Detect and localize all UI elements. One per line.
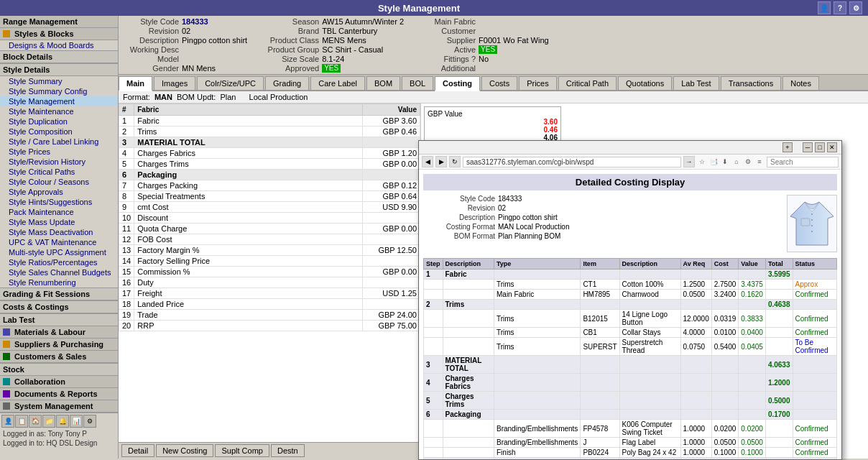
bottom-icon-5[interactable]: 🔔 <box>56 415 69 428</box>
browser-maximize[interactable]: □ <box>815 142 825 152</box>
sidebar-style-hints[interactable]: Style Hints/Suggestions <box>0 197 118 207</box>
costing-table-row[interactable]: 7Charges PackingGBP 0.12 <box>119 180 420 191</box>
browser-search-input[interactable] <box>767 157 839 167</box>
bookmark-icon[interactable]: 📑 <box>708 157 719 167</box>
tab-bom[interactable]: BOM <box>366 76 400 90</box>
browser-close[interactable]: ✕ <box>827 142 837 152</box>
browser-content[interactable]: Detailed Costing Display Style Code 1843… <box>419 170 841 459</box>
costing-table-row[interactable]: 6Packaging <box>119 170 420 180</box>
sidebar-style-mass-deactivation[interactable]: Style Mass Deactivation <box>0 227 118 237</box>
sidebar-designs-mood[interactable]: Designs & Mood Boards <box>0 40 118 50</box>
bottom-icon-6[interactable]: 📊 <box>70 415 83 428</box>
menu-icon[interactable]: ≡ <box>754 157 765 167</box>
sidebar-style-duplication[interactable]: Style Duplication <box>0 116 118 126</box>
costing-table-row[interactable]: 5Charges TrimsGBP 0.00 <box>119 159 420 170</box>
costing-table-row[interactable]: 17FreightUSD 1.25 <box>119 288 420 299</box>
tab-colr-size-upc[interactable]: Colr/Size/UPC <box>197 76 264 90</box>
costing-table-row[interactable]: 2TrimsGBP 0.46 <box>119 126 420 137</box>
tab-images[interactable]: Images <box>154 76 195 90</box>
sidebar-style-revision-history[interactable]: Style/Revision History <box>0 157 118 167</box>
tab-costs[interactable]: Costs <box>481 76 517 90</box>
refresh-button[interactable]: ↻ <box>449 156 461 167</box>
detail-td-status: Confirmed <box>793 420 837 438</box>
url-bar[interactable] <box>463 157 681 167</box>
sidebar-pack-maintenance[interactable]: Pack Maintenance <box>0 207 118 217</box>
costing-table-row[interactable]: 11Quota ChargeGBP 0.00 <box>119 224 420 234</box>
sidebar-upc-vat[interactable]: UPC & VAT Maintenance <box>0 237 118 247</box>
bottom-icon-7[interactable]: ⚙ <box>83 415 96 428</box>
tab-main[interactable]: Main <box>119 76 152 91</box>
sidebar-style-colour-seasons[interactable]: Style Colour / Seasons <box>0 177 118 187</box>
tab-prices[interactable]: Prices <box>519 76 557 90</box>
new-costing-button[interactable]: New Costing <box>156 444 213 457</box>
sidebar-style-critical-paths[interactable]: Style Critical Paths <box>0 167 118 177</box>
costing-table-row[interactable]: 3MATERIAL TOTAL <box>119 137 420 148</box>
tab-care-label[interactable]: Care Label <box>310 76 365 90</box>
sidebar-style-sales-channel[interactable]: Style Sales Channel Budgets <box>0 267 118 277</box>
sidebar-style-maintenance[interactable]: Style Maintenance <box>0 106 118 116</box>
sidebar-documents-reports[interactable]: Documents & Reports <box>0 388 118 400</box>
costing-table-row[interactable]: 12FOB Cost <box>119 234 420 245</box>
sidebar-style-mass-update[interactable]: Style Mass Update <box>0 217 118 227</box>
home-icon[interactable]: ⌂ <box>731 157 742 167</box>
tab-critical-path[interactable]: Critical Path <box>558 76 617 90</box>
costing-table-row[interactable]: 4Charges FabricsGBP 1.20 <box>119 148 420 159</box>
sidebar-styles-blocks[interactable]: Styles & Blocks <box>0 28 118 40</box>
costing-table-row[interactable]: 9cmt CostUSD 9.90 <box>119 202 420 213</box>
costing-table-row[interactable]: 16Duty <box>119 277 420 288</box>
sidebar-style-approvals[interactable]: Style Approvals <box>0 187 118 197</box>
bottom-icon-3[interactable]: 🏠 <box>29 415 42 428</box>
sidebar-style-management[interactable]: Style Management <box>0 96 118 106</box>
settings-icon-2[interactable]: ⚙ <box>743 157 753 167</box>
sidebar-system-management[interactable]: System Management <box>0 400 118 413</box>
costing-table-row[interactable]: 15Commission %GBP 0.00 <box>119 267 420 277</box>
costing-table-scroll[interactable]: # Fabric Value 1FabricGBP 3.602TrimsGBP … <box>119 104 420 442</box>
bottom-icon-4[interactable]: 📁 <box>42 415 55 428</box>
question-icon[interactable]: ? <box>834 1 846 14</box>
sidebar-style-renumbering[interactable]: Style Renumbering <box>0 277 118 288</box>
sidebar-multi-upc[interactable]: Multi-style UPC Assignment <box>0 247 118 257</box>
download-icon[interactable]: ⬇ <box>720 157 730 167</box>
sidebar-range-management[interactable]: Range Management <box>0 16 118 28</box>
sidebar-style-composition[interactable]: Style Composition <box>0 126 118 137</box>
destn-button[interactable]: Destn <box>271 444 305 457</box>
star-icon[interactable]: ☆ <box>697 157 707 167</box>
sidebar-style-summary-config[interactable]: Style Summary Config <box>0 86 118 96</box>
tab-quotations[interactable]: Quotations <box>618 76 672 90</box>
suplt-comp-button[interactable]: Suplt Comp <box>215 444 269 457</box>
costing-table-row[interactable]: 1FabricGBP 3.60 <box>119 116 420 126</box>
costing-table-row[interactable]: 13Factory Margin %GBP 12.50 <box>119 245 420 256</box>
costing-table-row[interactable]: 20RRPGBP 75.00 <box>119 321 420 331</box>
costing-table-row[interactable]: 14Factory Selling Price <box>119 256 420 267</box>
tab-bol[interactable]: BOL <box>402 76 433 90</box>
settings-icon[interactable]: ⚙ <box>849 1 862 14</box>
sidebar-collaboration[interactable]: Collaboration <box>0 376 118 388</box>
sidebar-customers[interactable]: Customers & Sales <box>0 351 118 363</box>
sidebar-materials-labour[interactable]: Materials & Labour <box>0 326 118 339</box>
bottom-icon-2[interactable]: 📋 <box>15 415 28 428</box>
tab-lab-test[interactable]: Lab Test <box>673 76 719 90</box>
sidebar-style-summary[interactable]: Style Summary <box>0 76 118 86</box>
sidebar-style-prices[interactable]: Style Prices <box>0 147 118 157</box>
bottom-icon-1[interactable]: 👤 <box>1 415 14 428</box>
sidebar-style-care-label[interactable]: Style / Care Label Linking <box>0 137 118 147</box>
sidebar-style-ratios[interactable]: Style Ratios/Percentages <box>0 257 118 267</box>
detail-col-item: Item <box>581 259 619 270</box>
go-button[interactable]: → <box>683 156 695 167</box>
browser-add-tab[interactable]: + <box>782 142 793 152</box>
tab-transactions[interactable]: Transactions <box>721 76 782 90</box>
sidebar-suppliers[interactable]: Suppliers & Purchasing <box>0 339 118 351</box>
costing-table-row[interactable]: 18Landed Price <box>119 299 420 310</box>
person-icon[interactable]: 👤 <box>818 1 831 14</box>
forward-button[interactable]: ▶ <box>435 156 447 167</box>
costing-table-row[interactable]: 19TradeGBP 24.00 <box>119 310 420 321</box>
costing-table-row[interactable]: 8Special TreatmentsGBP 0.64 <box>119 191 420 202</box>
tab-costing[interactable]: Costing <box>435 76 480 91</box>
detail-button[interactable]: Detail <box>121 444 154 457</box>
costing-table-row[interactable]: 10Discount <box>119 213 420 224</box>
back-button[interactable]: ◀ <box>422 156 433 167</box>
browser-minimize[interactable]: ─ <box>803 142 813 152</box>
costing-row-name: FOB Cost <box>134 234 363 245</box>
tab-notes[interactable]: Notes <box>782 76 819 90</box>
tab-grading[interactable]: Grading <box>265 76 309 90</box>
